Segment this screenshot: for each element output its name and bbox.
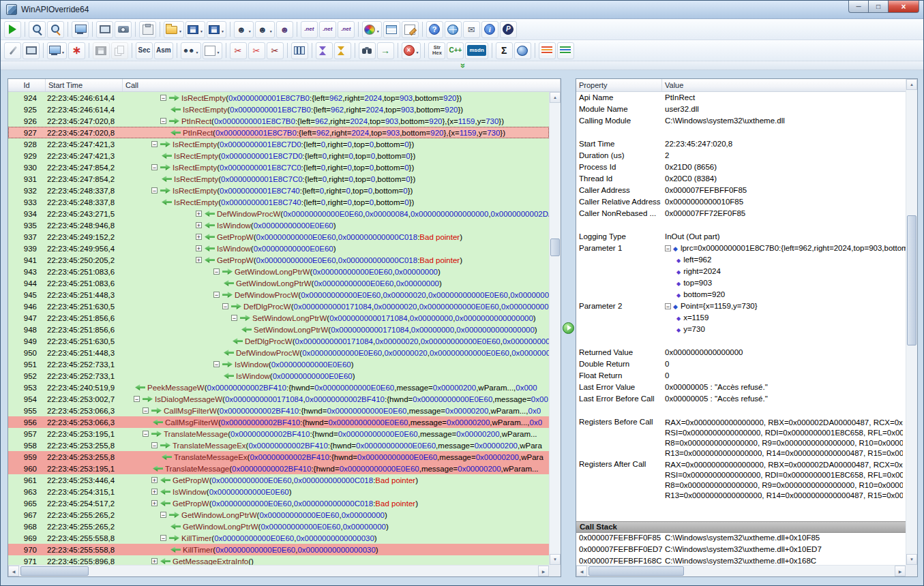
log-row-957[interactable]: 95722:23:45:253:195,1−TranslateMessage(0… bbox=[8, 428, 549, 440]
break-after-call-button[interactable] bbox=[334, 42, 351, 59]
remove-before-call-hooks-button[interactable]: ✂ bbox=[230, 42, 247, 59]
scroll-track[interactable] bbox=[19, 566, 538, 576]
log-row-949[interactable]: 94922:23:45:251:630,5DefDlgProcW(0x00000… bbox=[8, 335, 549, 347]
collapse-icon[interactable] bbox=[665, 245, 671, 251]
remove-all-hooks-button[interactable]: ✂ bbox=[267, 42, 284, 59]
column-header-value[interactable]: Value bbox=[662, 79, 906, 91]
log-row-935[interactable]: 93522:23:45:248:946,8+IsWindow(0x0000000… bbox=[8, 219, 549, 231]
collapse-icon[interactable]: − bbox=[213, 292, 220, 298]
about-button[interactable]: i bbox=[481, 21, 498, 38]
property-row[interactable]: Registers Before CallRAX=0x0000000000000… bbox=[576, 416, 906, 459]
collapse-icon[interactable]: − bbox=[151, 164, 158, 170]
expand-icon[interactable]: + bbox=[196, 211, 202, 217]
remove-after-call-hooks-button[interactable]: ✂ bbox=[248, 42, 265, 59]
log-horizontal-scrollbar[interactable] bbox=[8, 565, 549, 576]
minimize-button[interactable]: ─ bbox=[848, 1, 869, 13]
dropdown-arrow-icon[interactable] bbox=[269, 25, 273, 35]
log-row-955[interactable]: 95522:23:45:253:066,3−CallMsgFilterW(0x0… bbox=[8, 405, 549, 416]
collapse-icon[interactable]: − bbox=[143, 407, 149, 414]
column-header-property[interactable]: Property bbox=[576, 79, 662, 91]
log-row-937[interactable]: 93722:23:45:249:152,2+GetPropW(0x0000000… bbox=[8, 231, 549, 243]
report-list-button[interactable] bbox=[383, 21, 400, 38]
dotnet-monitor-button[interactable]: .net bbox=[319, 21, 336, 38]
log-row-963[interactable]: 96322:23:45:254:315,1+IsWindow(0x0000000… bbox=[8, 486, 549, 497]
log-vertical-scrollbar[interactable] bbox=[549, 92, 561, 565]
collapse-icon[interactable]: − bbox=[160, 535, 166, 541]
expand-icon[interactable]: + bbox=[151, 558, 158, 564]
property-row[interactable]: Logging TypeInOut (Out part) bbox=[576, 231, 906, 243]
parameter-child-row[interactable]: top=903 bbox=[576, 277, 906, 289]
collapse-icon[interactable]: − bbox=[213, 268, 220, 275]
expand-icon[interactable]: + bbox=[196, 222, 202, 228]
scroll-right-icon[interactable] bbox=[895, 566, 906, 576]
log-row-970[interactable]: 97022:23:45:255:558,8KillTimer(0x0000000… bbox=[8, 544, 549, 555]
property-row[interactable]: Duration (us)2 bbox=[576, 150, 906, 161]
save-log-as-button[interactable] bbox=[207, 21, 226, 38]
scroll-track[interactable] bbox=[906, 90, 917, 554]
help-button[interactable]: ? bbox=[426, 21, 443, 38]
property-row[interactable]: Calling ModuleC:\Windows\system32\uxthem… bbox=[576, 115, 906, 127]
property-row[interactable]: Float Return0 bbox=[576, 370, 906, 382]
log-row-943[interactable]: 94322:23:45:251:083,6−GetWindowLongPtrW(… bbox=[8, 266, 549, 277]
statistics-button[interactable]: Σ bbox=[496, 42, 513, 59]
log-row-952[interactable]: 95222:23:45:252:733,1IsWindow(0x00000000… bbox=[8, 370, 549, 382]
parameter-child-row[interactable]: left=962 bbox=[576, 254, 906, 266]
dropdown-arrow-icon[interactable] bbox=[179, 25, 182, 35]
scroll-thumb[interactable] bbox=[550, 238, 560, 256]
collapse-icon[interactable]: − bbox=[143, 431, 149, 437]
collapse-toolbar-chevron-icon[interactable]: « bbox=[459, 63, 465, 67]
log-row-939[interactable]: 93922:23:45:249:956,4+IsWindow(0x0000000… bbox=[8, 243, 549, 254]
log-row-950[interactable]: 95022:23:45:251:448,3DefWindowProcW(0x00… bbox=[8, 347, 549, 358]
capture-window-button[interactable] bbox=[115, 21, 132, 38]
column-header-start-time[interactable]: Start Time bbox=[46, 79, 123, 91]
scroll-thumb[interactable] bbox=[907, 215, 916, 345]
log-row-947[interactable]: 94722:23:45:251:856,6−SetWindowLongPtrW(… bbox=[8, 312, 549, 324]
property-row[interactable]: Returned Value0x0000000000000000 bbox=[576, 347, 906, 358]
details-horizontal-scrollbar[interactable] bbox=[576, 565, 906, 576]
log-row-959[interactable]: 95922:23:45:253:255,8TranslateMessageEx(… bbox=[8, 451, 549, 463]
log-row-941[interactable]: 94122:23:45:250:205,2+GetPropW(0x0000000… bbox=[8, 254, 549, 266]
contact-mail-button[interactable]: ✉ bbox=[463, 21, 480, 38]
scroll-thumb[interactable] bbox=[20, 566, 89, 576]
monitor-options-button[interactable] bbox=[47, 42, 67, 59]
timing-info-button[interactable] bbox=[514, 42, 531, 59]
scroll-left-icon[interactable] bbox=[576, 566, 587, 576]
goto-entry-button[interactable]: → bbox=[377, 42, 394, 59]
hook-module-button[interactable] bbox=[96, 21, 113, 38]
open-log-file-button[interactable] bbox=[164, 21, 184, 38]
log-options-button[interactable] bbox=[203, 42, 222, 59]
property-row[interactable]: Api NamePtInRect bbox=[576, 92, 906, 104]
freeze-target-button[interactable] bbox=[291, 42, 308, 59]
module-unhook-button[interactable] bbox=[23, 42, 40, 59]
edit-log-button[interactable] bbox=[402, 21, 419, 38]
call-stack-row[interactable]: 0x000007FEFBFF0ED7C:\Windows\system32\ux… bbox=[576, 544, 906, 556]
call-stack-row[interactable]: 0x000007FEFBFF0F85C:\Windows\system32\ux… bbox=[576, 533, 906, 544]
parameter-child-row[interactable]: x=1159 bbox=[576, 312, 906, 324]
log-row-968[interactable]: 96822:23:45:255:265,2GetWindowLongPtrW(0… bbox=[8, 521, 549, 532]
log-row-960[interactable]: 96022:23:45:253:195,1TranslateMessage(0x… bbox=[8, 463, 549, 474]
panel-splitter[interactable] bbox=[561, 78, 576, 577]
scroll-down-icon[interactable] bbox=[550, 554, 561, 565]
dotnet-profiler-button[interactable]: .net bbox=[301, 21, 318, 38]
log-row-930[interactable]: 93022:23:45:247:854,2−IsRectEmpty(0x0000… bbox=[8, 161, 549, 173]
log-row-928[interactable]: 92822:23:45:247:421,3−IsRectEmpty(0x0000… bbox=[8, 138, 549, 150]
collapse-icon[interactable]: − bbox=[213, 361, 220, 367]
start-monitoring-button[interactable] bbox=[4, 21, 21, 38]
scroll-up-icon[interactable] bbox=[906, 79, 917, 90]
log-row-925[interactable]: 92522:23:45:246:614,4IsRectEmpty(0x00000… bbox=[8, 104, 549, 115]
maximize-button[interactable]: □ bbox=[869, 1, 888, 13]
dropdown-arrow-icon[interactable] bbox=[248, 25, 252, 35]
log-row-951[interactable]: 95122:23:45:252:733,1−IsWindow(0x0000000… bbox=[8, 358, 549, 370]
collapse-icon[interactable]: − bbox=[151, 187, 158, 194]
collapse-icon[interactable]: − bbox=[151, 442, 158, 448]
string-hex-view-button[interactable]: Str Hex bbox=[428, 42, 445, 59]
find-entry-button[interactable] bbox=[359, 42, 376, 59]
log-row-971[interactable]: 97122:23:45:255:896,8+GetMessageExtraInf… bbox=[8, 555, 549, 565]
dropdown-arrow-icon[interactable] bbox=[200, 25, 203, 35]
collapse-icon[interactable]: − bbox=[151, 141, 158, 147]
column-header-id[interactable]: Id bbox=[8, 79, 46, 91]
log-row-967[interactable]: 96722:23:45:255:265,2−GetWindowLongPtrW(… bbox=[8, 509, 549, 521]
msdn-help-button[interactable]: msdn bbox=[465, 42, 488, 59]
property-row[interactable]: Thread Id0x20C0 (8384) bbox=[576, 173, 906, 185]
property-row[interactable]: Module Nameuser32.dll bbox=[576, 104, 906, 115]
